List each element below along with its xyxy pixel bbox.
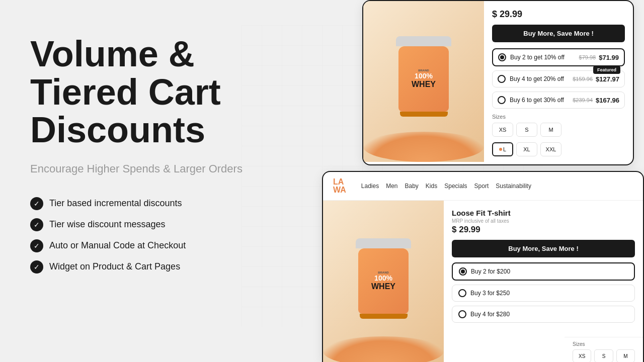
sizes-bottom-row: XSSM: [573, 349, 635, 362]
sizes-section-top: Sizes XSSMLXLXXL: [492, 114, 625, 156]
can-body-2: BRAND 100% WHEY: [358, 248, 409, 314]
can-lid: [396, 36, 451, 46]
nav-link[interactable]: Ladies: [361, 183, 379, 190]
subtitle: Encourage Higher Spends & Larger Orders: [30, 161, 312, 177]
percent-text: 100%: [412, 72, 436, 80]
percent-text-2: 100%: [371, 274, 395, 282]
check-icon: ✓: [30, 197, 43, 210]
bottom-tiers: Buy 2 for $200 Buy 3 for $250 Buy 4 for …: [452, 262, 635, 323]
nav-link[interactable]: Baby: [405, 183, 419, 190]
size-button[interactable]: XXL: [540, 142, 561, 156]
nav-link[interactable]: Kids: [426, 183, 437, 190]
left-panel: Volume & Tiered Cart Discounts Encourage…: [30, 35, 312, 274]
sizes-row-2: LXLXXL: [492, 142, 561, 156]
tier-label-bottom: Buy 4 for $280: [470, 311, 628, 318]
can-bottom-2: [360, 314, 408, 319]
size-button[interactable]: M: [540, 123, 561, 137]
size-button-bottom[interactable]: M: [616, 349, 635, 362]
price-top: $ 29.99: [492, 9, 625, 20]
tier-prices: $239.94 $167.96: [573, 97, 619, 104]
radio-inner: [500, 55, 504, 59]
feature-item: ✓ Auto or Manual Code at Checkout: [30, 239, 312, 252]
whey-text-2: WHEY: [371, 282, 395, 291]
size-button[interactable]: L: [492, 142, 513, 156]
size-button[interactable]: S: [516, 123, 537, 137]
features-list: ✓ Tier based incremental discounts ✓ Tie…: [30, 197, 312, 274]
feature-text: Auto or Manual Code at Checkout: [49, 240, 186, 251]
tier-label: Buy 2 to get 10% off: [510, 54, 575, 61]
featured-badge: Featured: [593, 66, 620, 74]
feature-text: Tier wise discount messages: [49, 219, 165, 230]
feature-item: ✓ Tier wise discount messages: [30, 218, 312, 231]
radio-button: [498, 53, 506, 61]
nav-links: LadiesMenBabyKidsSpecialsSportSustainabi…: [361, 183, 633, 190]
sizes-grid-top: XSSMLXLXXL: [492, 123, 625, 156]
tier-option-bottom[interactable]: Buy 3 for $250: [452, 285, 635, 302]
old-price: $79.98: [579, 54, 596, 60]
can-body: BRAND 100% WHEY: [398, 46, 449, 112]
old-price: $159.96: [573, 76, 593, 82]
can-lid-2: [356, 238, 411, 248]
product-can-top: BRAND 100% WHEY: [383, 36, 464, 127]
can-bottom: [400, 112, 448, 117]
size-button[interactable]: XL: [516, 142, 537, 156]
main-title: Volume & Tiered Cart Discounts: [30, 35, 312, 149]
feature-item: ✓ Widget on Product & Cart Pages: [30, 260, 312, 274]
tier-label-bottom: Buy 2 for $200: [471, 268, 628, 275]
tier-option-bottom[interactable]: Buy 4 for $280: [452, 306, 635, 323]
radio-inner-bottom: [461, 269, 465, 274]
sizes-row-1: XSSM: [492, 123, 561, 137]
new-price: $127.97: [596, 75, 619, 83]
product-can-bottom: BRAND 100% WHEY: [343, 238, 424, 329]
whey-text: WHEY: [412, 80, 436, 89]
nav-link[interactable]: Sustainability: [496, 183, 531, 190]
tier-prices: $159.96 $127.97: [573, 75, 619, 83]
feature-text: Widget on Product & Cart Pages: [49, 261, 180, 272]
radio-button: [498, 75, 506, 83]
size-button-bottom[interactable]: S: [594, 349, 613, 362]
size-button-bottom[interactable]: XS: [573, 349, 591, 362]
radio-button-bottom: [458, 289, 466, 297]
bottom-card-content: BRAND 100% WHEY Loose Fit T-shirt MRP in…: [323, 201, 643, 362]
product-image-top: BRAND 100% WHEY: [363, 1, 484, 162]
store-nav: LA WA LadiesMenBabyKidsSpecialsSportSust…: [323, 172, 643, 201]
check-icon: ✓: [30, 260, 43, 274]
nav-link[interactable]: Sport: [474, 183, 489, 190]
top-card: BRAND 100% WHEY $ 29.99 Buy More, Save M…: [362, 0, 634, 165]
product-image-bottom: BRAND 100% WHEY: [323, 201, 444, 362]
selected-dot: [499, 148, 502, 151]
radio-button: [498, 96, 506, 104]
powder-decoration: [363, 132, 484, 162]
sizes-label-top: Sizes: [492, 114, 625, 120]
tier-option[interactable]: Buy 4 to get 20% off $159.96 $127.97 Fea…: [492, 70, 625, 87]
nav-link[interactable]: Specials: [444, 183, 467, 190]
top-tiers: Buy 2 to get 10% off $79.98 $71.99 Buy 4…: [492, 48, 625, 109]
tier-label: Buy 6 to get 30% off: [510, 97, 569, 104]
tier-label: Buy 4 to get 20% off: [510, 75, 569, 82]
feature-item: ✓ Tier based incremental discounts: [30, 197, 312, 210]
bottom-card: LA WA LadiesMenBabyKidsSpecialsSportSust…: [322, 171, 644, 362]
card-top-right: $ 29.99 Buy More, Save More ! Buy 2 to g…: [484, 1, 633, 164]
old-price: $239.94: [573, 97, 593, 103]
tier-prices: $79.98 $71.99: [579, 54, 619, 61]
sizes-bottom: Sizes XSSM: [565, 337, 643, 362]
tier-option-bottom[interactable]: Buy 2 for $200: [452, 262, 635, 281]
check-icon: ✓: [30, 218, 43, 231]
radio-button-bottom: [458, 310, 466, 318]
powder-decoration-2: [323, 336, 444, 362]
buy-more-button-bottom[interactable]: Buy More, Save More !: [452, 240, 635, 257]
tier-option[interactable]: Buy 2 to get 10% off $79.98 $71.99: [492, 48, 625, 66]
nav-link[interactable]: Men: [386, 183, 397, 190]
check-icon: ✓: [30, 239, 43, 252]
feature-text: Tier based incremental discounts: [49, 198, 182, 209]
new-price: $71.99: [599, 54, 619, 61]
size-button[interactable]: XS: [492, 123, 513, 137]
product-mrp: MRP inclusive of all taxes: [452, 218, 635, 224]
product-details: Loose Fit T-shirt MRP inclusive of all t…: [444, 201, 643, 362]
tier-option[interactable]: Buy 6 to get 30% off $239.94 $167.96: [492, 92, 625, 109]
store-logo: LA WA: [333, 178, 346, 194]
product-title: Loose Fit T-shirt: [452, 209, 635, 217]
sizes-label-bottom: Sizes: [573, 341, 635, 347]
product-price: $ 29.99: [452, 225, 635, 235]
buy-more-button-top[interactable]: Buy More, Save More !: [492, 25, 625, 42]
